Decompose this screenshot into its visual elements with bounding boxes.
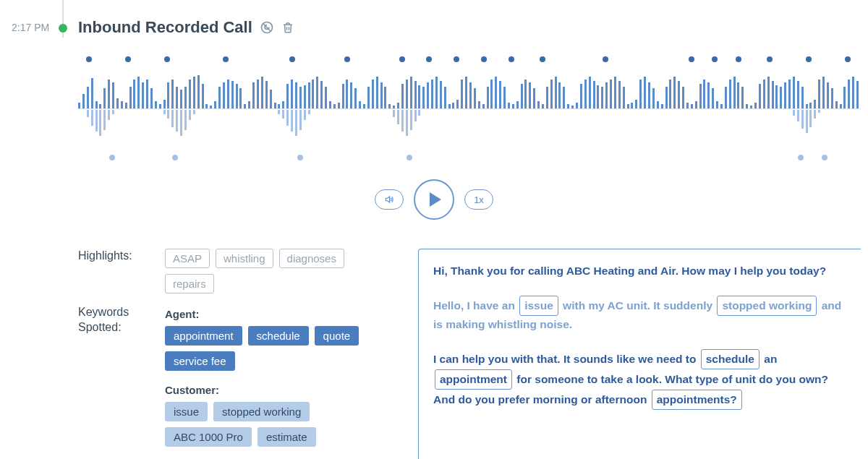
call-header: Inbound Recorded Call: [78, 18, 294, 37]
agent-keyword-chip[interactable]: appointment: [165, 326, 242, 346]
customer-sublabel: Customer:: [165, 384, 396, 396]
highlight-chip[interactable]: repairs: [165, 274, 214, 293]
agent-keyword-chip[interactable]: quote: [315, 326, 359, 346]
time-label: 2:17 PM: [12, 22, 49, 33]
transcript-keyword[interactable]: stopped working: [717, 296, 817, 316]
do-not-record-icon[interactable]: [260, 20, 274, 35]
customer-keyword-chip[interactable]: estimate: [258, 427, 316, 447]
agent-sublabel: Agent:: [165, 308, 396, 320]
highlight-chip[interactable]: whistling: [216, 249, 273, 268]
agent-keyword-chip[interactable]: schedule: [248, 326, 309, 346]
transcript-utterance: Hi, Thank you for calling ABC Heating an…: [433, 262, 846, 280]
transcript-keyword[interactable]: schedule: [701, 349, 760, 369]
customer-keyword-chip[interactable]: ABC 1000 Pro: [165, 427, 252, 447]
volume-button[interactable]: [375, 189, 404, 210]
keywords-panel: Highlights: ASAPwhistlingdiagnosesrepair…: [78, 249, 396, 459]
transcript-utterance: I can help you with that. It sounds like…: [433, 349, 846, 410]
transcript[interactable]: Hi, Thank you for calling ABC Heating an…: [418, 249, 861, 459]
waveform-centerline: [78, 108, 861, 109]
waveform[interactable]: [78, 52, 861, 168]
customer-keyword-chips: issuestopped workingABC 1000 Proestimate: [165, 402, 396, 447]
transcript-keyword[interactable]: appointments?: [652, 390, 742, 410]
highlight-chip[interactable]: diagnoses: [279, 249, 344, 268]
waveform-top-markers: [78, 56, 861, 64]
customer-keyword-chip[interactable]: stopped working: [213, 402, 310, 421]
keywords-spotted-label: Keywords Spotted:: [78, 305, 165, 447]
waveform-bars-bottom: [78, 110, 861, 149]
call-title: Inbound Recorded Call: [78, 18, 252, 37]
waveform-bars-top: [78, 69, 861, 108]
transcript-panel: Hi, Thank you for calling ABC Heating an…: [418, 249, 861, 459]
playback-controls: 1x: [375, 179, 493, 220]
play-icon: [430, 192, 441, 207]
transcript-utterance: Hello, I have an issue with my AC unit. …: [433, 296, 846, 333]
customer-keyword-chip[interactable]: issue: [165, 402, 208, 421]
transcript-keyword[interactable]: issue: [519, 296, 558, 316]
trash-icon[interactable]: [281, 20, 294, 35]
highlights-chips: ASAPwhistlingdiagnosesrepairs: [165, 249, 396, 293]
waveform-bottom-markers: [78, 155, 861, 162]
timeline-dot: [59, 24, 67, 33]
agent-keyword-chip[interactable]: service fee: [165, 351, 235, 371]
highlight-chip[interactable]: ASAP: [165, 249, 210, 268]
call-details: Highlights: ASAPwhistlingdiagnosesrepair…: [78, 249, 861, 459]
transcript-keyword[interactable]: appointment: [435, 369, 512, 390]
play-button[interactable]: [414, 179, 454, 220]
speed-button[interactable]: 1x: [464, 189, 493, 210]
agent-keyword-chips: appointmentschedulequoteservice fee: [165, 326, 396, 371]
highlights-label: Highlights:: [78, 249, 165, 293]
